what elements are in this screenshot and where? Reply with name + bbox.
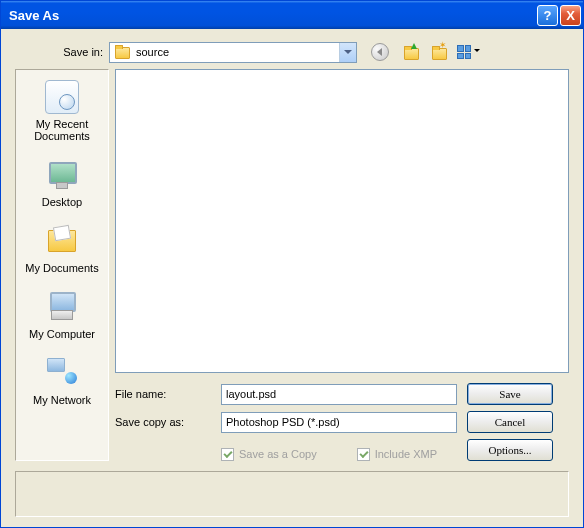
save-as-copy-checkbox: Save as a Copy xyxy=(221,448,317,461)
titlebar: Save As ? X xyxy=(1,1,583,29)
options-button[interactable]: Options... xyxy=(467,439,553,461)
places-bar: My Recent Documents Desktop My Documents… xyxy=(15,69,109,461)
footer-panel xyxy=(15,471,569,517)
save-in-label: Save in: xyxy=(15,46,109,58)
save-in-dropdown[interactable]: source xyxy=(109,42,357,63)
include-xmp-checkbox: Include XMP xyxy=(357,448,437,461)
my-network-icon xyxy=(45,356,79,390)
checkbox-icon xyxy=(221,448,234,461)
back-arrow-icon xyxy=(371,43,389,61)
views-grid-icon xyxy=(457,45,471,59)
desktop-icon xyxy=(45,158,79,192)
help-button[interactable]: ? xyxy=(537,5,558,26)
places-recent-documents[interactable]: My Recent Documents xyxy=(18,72,106,150)
my-documents-icon xyxy=(45,224,79,258)
up-one-level-button[interactable] xyxy=(397,41,419,63)
places-my-documents[interactable]: My Documents xyxy=(18,216,106,282)
filename-value: layout.psd xyxy=(222,388,456,400)
format-dropdown[interactable]: Photoshop PSD (*.psd) xyxy=(221,412,457,433)
checkbox-icon xyxy=(357,448,370,461)
window-title: Save As xyxy=(9,8,535,23)
cancel-button[interactable]: Cancel xyxy=(467,411,553,433)
new-folder-icon xyxy=(427,44,445,60)
folder-up-icon xyxy=(399,44,417,60)
places-my-computer[interactable]: My Computer xyxy=(18,282,106,348)
new-folder-button[interactable] xyxy=(425,41,447,63)
chevron-down-icon[interactable] xyxy=(339,43,356,62)
file-list[interactable] xyxy=(115,69,569,373)
close-button[interactable]: X xyxy=(560,5,581,26)
my-computer-icon xyxy=(45,290,79,324)
format-label: Save copy as: xyxy=(115,416,211,428)
recent-documents-icon xyxy=(45,80,79,114)
save-button[interactable]: Save xyxy=(467,383,553,405)
filename-label: File name: xyxy=(115,388,211,400)
places-desktop[interactable]: Desktop xyxy=(18,150,106,216)
back-button[interactable] xyxy=(369,41,391,63)
filename-input[interactable]: layout.psd xyxy=(221,384,457,405)
save-in-value: source xyxy=(134,46,339,58)
views-button[interactable] xyxy=(453,43,475,61)
folder-icon xyxy=(114,45,130,59)
save-as-dialog: Save As ? X Save in: source xyxy=(0,0,584,528)
places-my-network[interactable]: My Network xyxy=(18,348,106,414)
format-value: Photoshop PSD (*.psd) xyxy=(222,416,456,428)
